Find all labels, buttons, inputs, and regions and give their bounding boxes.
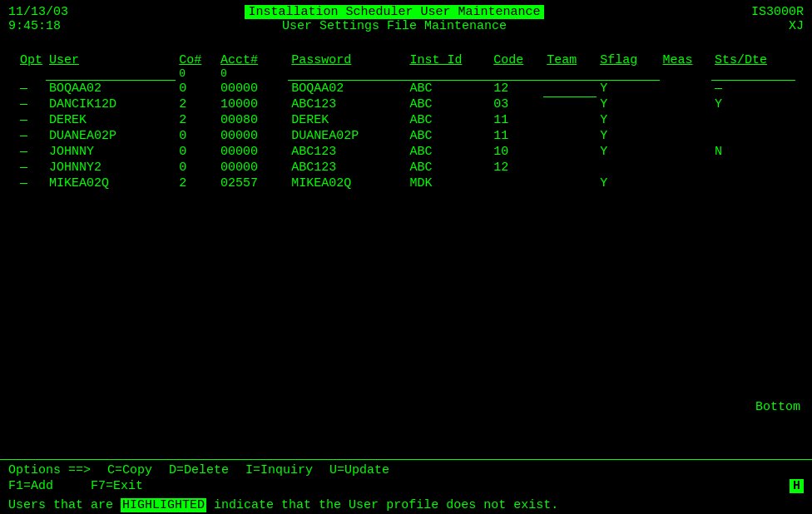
row-co: 0	[176, 128, 217, 144]
bottom-indicator: Bottom	[755, 400, 800, 414]
row-co: 0	[176, 160, 217, 175]
row-code: 11	[490, 128, 543, 144]
sub-header-row: 0 0	[17, 67, 795, 80]
row-sflag: Y	[597, 128, 659, 144]
row-password: BOQAA02	[288, 80, 406, 96]
option-copy: C=Copy	[107, 463, 152, 477]
row-code: 11	[490, 112, 543, 128]
table-row: — MIKEA02Q 2 02557 MIKEA02Q MDK Y	[17, 175, 795, 191]
row-inst-id: MDK	[406, 175, 490, 191]
row-sts-dte	[711, 175, 795, 191]
row-acct: 10000	[217, 96, 288, 112]
table-row: — DANCIK12D 2 10000 ABC123 ABC 03 Y Y	[17, 96, 795, 112]
row-team	[543, 144, 597, 160]
header-datetime: 11/13/03 9:45:18	[8, 5, 68, 33]
f7-label: F7=Exit	[91, 479, 143, 493]
row-password: MIKEA02Q	[288, 175, 406, 191]
row-sflag: Y	[597, 80, 659, 96]
row-sflag: Y	[597, 144, 659, 160]
table-row: — JOHNNY 0 00000 ABC123 ABC 10 Y N	[17, 144, 795, 160]
row-user: BOQAA02	[46, 80, 176, 96]
row-sts-dte: —	[711, 80, 795, 96]
row-opt[interactable]: —	[17, 112, 46, 128]
option-delete: D=Delete	[169, 463, 229, 477]
table-row: — JOHNNY2 0 00000 ABC123 ABC 12	[17, 160, 795, 175]
options-label: Options ==>	[8, 463, 91, 477]
row-inst-id: ABC	[406, 128, 490, 144]
option-inquiry: I=Inquiry	[245, 463, 313, 477]
footer-options: Options ==> C=Copy D=Delete I=Inquiry U=…	[0, 460, 812, 479]
row-password: ABC123	[288, 96, 406, 112]
row-meas	[660, 80, 712, 96]
option-update: U=Update	[329, 463, 389, 477]
row-meas	[660, 175, 712, 191]
row-acct: 00000	[217, 80, 288, 96]
sub-co: 0	[176, 67, 217, 80]
row-password: ABC123	[288, 144, 406, 160]
row-sflag: Y	[597, 96, 659, 112]
footer-help-text: Users that are HIGHLIGHTED indicate that…	[0, 497, 812, 514]
row-opt[interactable]: —	[17, 80, 46, 96]
header: 11/13/03 9:45:18 Installation Scheduler …	[8, 5, 804, 33]
row-sflag: Y	[597, 175, 659, 191]
row-team	[543, 96, 597, 112]
row-code: 10	[490, 144, 543, 160]
table-row: — BOQAA02 0 00000 BOQAA02 ABC 12 Y —	[17, 80, 795, 96]
app-code: IS3000R	[720, 5, 804, 19]
col-opt: Opt	[17, 53, 46, 67]
row-acct: 00000	[217, 128, 288, 144]
row-team	[543, 80, 597, 96]
module: XJ	[720, 19, 804, 33]
row-sts-dte	[711, 160, 795, 175]
row-co: 2	[176, 175, 217, 191]
row-sts-dte: Y	[711, 96, 795, 112]
sub-acct: 0	[217, 67, 288, 80]
column-headers: Opt User Co# Acct# Password Inst Id Code…	[17, 53, 795, 67]
row-opt[interactable]: —	[17, 160, 46, 175]
row-team	[543, 175, 597, 191]
row-opt[interactable]: —	[17, 175, 46, 191]
col-sflag: Sflag	[597, 53, 659, 67]
f1-label: F1=Add	[8, 479, 53, 493]
col-code: Code	[490, 53, 543, 67]
row-opt[interactable]: —	[17, 144, 46, 160]
row-sts-dte: N	[711, 144, 795, 160]
row-team	[543, 112, 597, 128]
row-inst-id: ABC	[406, 160, 490, 175]
row-team	[543, 160, 597, 175]
row-sflag	[597, 160, 659, 175]
col-acct: Acct#	[217, 53, 288, 67]
row-inst-id: ABC	[406, 144, 490, 160]
highlighted-word: HIGHLIGHTED	[121, 498, 206, 512]
help-that: that are	[53, 498, 121, 512]
app-subtitle: User Settings File Maintenance	[68, 19, 720, 33]
col-inst-id: Inst Id	[406, 53, 490, 67]
f1-add[interactable]: F1=Add F7=Exit	[8, 479, 143, 493]
row-co: 0	[176, 144, 217, 160]
row-meas	[660, 160, 712, 175]
table-body: — BOQAA02 0 00000 BOQAA02 ABC 12 Y — — D…	[17, 80, 795, 191]
app-title: Installation Scheduler User Maintenance	[245, 5, 543, 19]
help-users: Users	[8, 498, 46, 512]
bottom-text: Bottom	[755, 400, 800, 414]
row-user: MIKEA02Q	[46, 175, 176, 191]
date: 11/13/03	[8, 5, 68, 19]
row-sts-dte	[711, 112, 795, 128]
col-team: Team	[543, 53, 597, 67]
col-meas: Meas	[660, 53, 712, 67]
col-co: Co#	[176, 53, 217, 67]
row-acct: 00000	[217, 160, 288, 175]
col-user: User	[46, 53, 176, 67]
row-co: 2	[176, 112, 217, 128]
row-code: 03	[490, 96, 543, 112]
row-opt[interactable]: —	[17, 96, 46, 112]
col-sts-dte: Sts/Dte	[711, 53, 795, 67]
h-badge[interactable]: H	[790, 479, 804, 493]
row-acct: 00000	[217, 144, 288, 160]
time: 9:45:18	[8, 19, 68, 33]
row-password: ABC123	[288, 160, 406, 175]
row-inst-id: ABC	[406, 80, 490, 96]
header-center: Installation Scheduler User Maintenance …	[68, 5, 720, 33]
row-opt[interactable]: —	[17, 128, 46, 144]
row-code	[490, 175, 543, 191]
